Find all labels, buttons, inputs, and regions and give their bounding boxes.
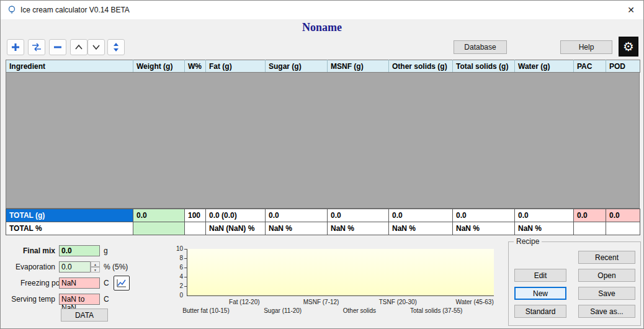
- xcat-fat: Fat (12-20): [229, 299, 259, 305]
- save-button[interactable]: Save: [578, 287, 635, 300]
- open-button[interactable]: Open: [578, 269, 635, 282]
- ytick-2: 2: [164, 282, 183, 289]
- freezing-point-unit: C: [104, 279, 109, 287]
- database-button[interactable]: Database: [454, 40, 507, 54]
- freezing-point-input[interactable]: NaN: [59, 277, 100, 289]
- tick-mark: [184, 277, 187, 277]
- sort-button[interactable]: [107, 39, 125, 55]
- settings-button[interactable]: ⚙: [619, 37, 638, 56]
- xcat-tsnf: TSNF (20-30): [379, 299, 417, 305]
- total-g-other-solids: 0.0: [389, 209, 453, 222]
- save-as-button[interactable]: Save as...: [578, 305, 635, 318]
- close-button[interactable]: ✕: [619, 1, 643, 19]
- freezing-curve-button[interactable]: [114, 276, 130, 291]
- app-bulb-icon: [7, 5, 17, 15]
- col-msnf[interactable]: MSNF (g): [328, 60, 389, 73]
- ytick-8: 8: [164, 255, 183, 261]
- help-button[interactable]: Help: [560, 40, 612, 54]
- serving-temp-input[interactable]: NaN to NaN: [59, 294, 100, 305]
- tick-mark: [184, 249, 187, 250]
- total-pct-pod: [606, 222, 640, 235]
- evaporation-spinner[interactable]: ▲ ▼: [90, 261, 100, 273]
- serving-temp-unit: C: [104, 295, 109, 304]
- xcat-butter-fat: Butter fat (10-15): [182, 307, 230, 314]
- line-chart-icon: [117, 279, 127, 287]
- total-g-total-solids: 0.0: [453, 209, 515, 222]
- data-button[interactable]: DATA: [61, 309, 108, 322]
- title-bar: Ice cream calculator V0.14 BETA ✕: [1, 1, 643, 19]
- xcat-total-solids: Total solids (37-55): [410, 307, 462, 314]
- window-title: Ice cream calculator V0.14 BETA: [20, 6, 130, 14]
- col-wpct[interactable]: W%: [185, 60, 206, 73]
- final-mix-label: Final mix: [23, 246, 55, 255]
- replace-ingredient-button[interactable]: [28, 39, 45, 55]
- total-pct-label: TOTAL %: [6, 222, 133, 235]
- total-g-weight: 0.0: [133, 209, 185, 222]
- chart-plot-area: [187, 249, 494, 296]
- add-ingredient-button[interactable]: [7, 39, 24, 55]
- recipe-group-label: Recipe: [514, 237, 542, 246]
- xcat-other-solids: Other solids: [343, 307, 376, 314]
- xcat-sugar: Sugar (11-20): [264, 307, 302, 314]
- tick-mark: [184, 258, 187, 259]
- col-total-solids[interactable]: Total solids (g): [453, 60, 515, 73]
- total-g-fat: 0.0 (0.0): [206, 209, 266, 222]
- col-weight[interactable]: Weight (g): [133, 60, 185, 73]
- new-button[interactable]: New: [514, 287, 566, 300]
- standard-button[interactable]: Standard: [514, 305, 566, 318]
- chevron-up-icon: [74, 44, 83, 50]
- xcat-msnf: MSNF (7-12): [303, 299, 339, 305]
- recipe-group: Recipe Recent Edit Open New Save Standar…: [508, 241, 641, 326]
- col-other-solids[interactable]: Other solids (g): [389, 60, 453, 73]
- move-down-button[interactable]: [87, 39, 105, 55]
- swap-arrows-icon: [32, 43, 42, 52]
- total-pct-fat: NaN (NaN) %: [206, 222, 266, 235]
- total-g-row: TOTAL (g) 0.0 100 0.0 (0.0) 0.0 0.0 0.0 …: [6, 209, 640, 222]
- spinner-down-icon[interactable]: ▼: [91, 267, 100, 273]
- recent-button[interactable]: Recent: [578, 251, 635, 264]
- col-pac[interactable]: PAC: [574, 60, 606, 73]
- remove-ingredient-button[interactable]: [49, 39, 66, 55]
- plus-icon: [11, 43, 20, 52]
- total-g-sugar: 0.0: [266, 209, 328, 222]
- minus-icon: [53, 43, 62, 52]
- evaporation-unit: % (5%): [104, 263, 128, 271]
- total-pct-water: NaN %: [515, 222, 574, 235]
- ytick-0: 0: [164, 292, 183, 299]
- edit-button[interactable]: Edit: [514, 269, 566, 282]
- final-mix-unit: g: [104, 246, 108, 255]
- total-pct-wpct: [185, 222, 206, 235]
- final-mix-input[interactable]: 0.0: [59, 245, 100, 256]
- total-g-pod: 0.0: [606, 209, 640, 222]
- total-g-label[interactable]: TOTAL (g): [6, 209, 133, 222]
- serving-temp-label: Serving temp: [11, 295, 55, 304]
- chevron-down-icon: [92, 44, 101, 50]
- ingredient-table-header: Ingredient Weight (g) W% Fat (g) Sugar (…: [6, 60, 640, 73]
- spinner-up-icon[interactable]: ▲: [91, 261, 100, 267]
- col-water[interactable]: Water (g): [515, 60, 574, 73]
- total-g-water: 0.0: [515, 209, 574, 222]
- col-ingredient[interactable]: Ingredient: [6, 60, 133, 73]
- composition-chart: 10 8 6 4 2 0 Butter fat (10-15) Fat (12-…: [156, 244, 498, 325]
- tick-mark: [184, 268, 187, 268]
- total-pct-pac: [574, 222, 606, 235]
- move-up-button[interactable]: [70, 39, 87, 55]
- total-pct-row: TOTAL % NaN (NaN) % NaN % NaN % NaN % Na…: [6, 222, 640, 235]
- ytick-10: 10: [164, 245, 183, 252]
- col-sugar[interactable]: Sugar (g): [266, 60, 328, 73]
- total-pct-weight: [133, 222, 185, 235]
- ingredient-grid-empty-area[interactable]: [6, 73, 640, 209]
- total-pct-sugar: NaN %: [266, 222, 328, 235]
- app-window: Ice cream calculator V0.14 BETA ✕ Noname: [0, 0, 644, 329]
- col-pod[interactable]: POD: [606, 60, 640, 73]
- recipe-title: Noname: [302, 21, 342, 34]
- total-g-msnf: 0.0: [328, 209, 389, 222]
- header-band: Noname: [1, 19, 643, 36]
- evaporation-label: Evaporation: [16, 263, 55, 271]
- total-g-pac: 0.0: [574, 209, 606, 222]
- ytick-4: 4: [164, 273, 183, 280]
- total-g-wpct: 100: [185, 209, 206, 222]
- total-pct-other-solids: NaN %: [389, 222, 453, 235]
- xcat-water: Water (45-63): [455, 299, 493, 305]
- col-fat[interactable]: Fat (g): [206, 60, 266, 73]
